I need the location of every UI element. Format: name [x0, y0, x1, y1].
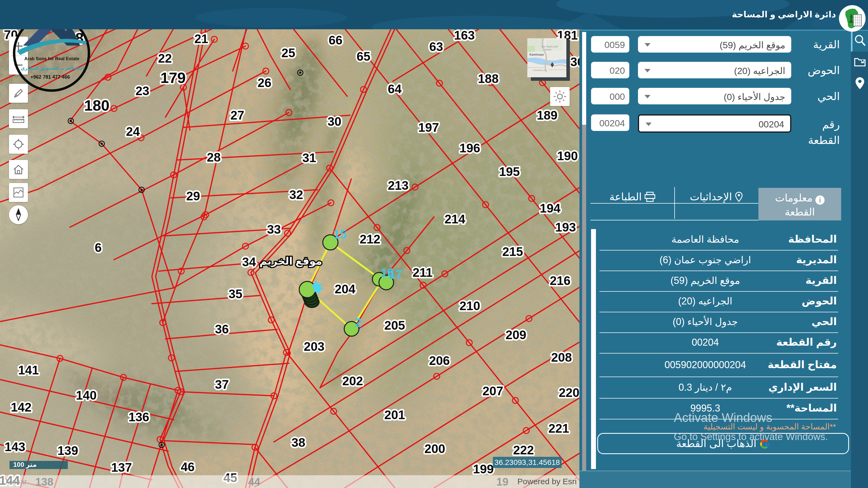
- svg-text:21: 21: [194, 32, 208, 46]
- svg-text:136: 136: [129, 410, 150, 424]
- svg-text:196: 196: [460, 141, 480, 155]
- svg-text:206: 206: [429, 354, 450, 368]
- svg-text:33: 33: [267, 222, 281, 236]
- svg-text:30: 30: [328, 115, 341, 129]
- svg-text:موقع الخريم: موقع الخريم: [259, 255, 322, 267]
- svg-text:65: 65: [356, 50, 370, 63]
- svg-text:215: 215: [502, 245, 523, 259]
- svg-text:31: 31: [302, 151, 316, 165]
- svg-text:Sun Rivers Golf: Sun Rivers Golf: [541, 45, 558, 48]
- svg-text:6: 6: [95, 240, 102, 255]
- svg-text:212: 212: [360, 232, 380, 246]
- svg-text:214: 214: [444, 212, 465, 226]
- svg-text:15: 15: [333, 227, 347, 241]
- svg-text:197: 197: [418, 120, 439, 134]
- svg-text:36: 36: [215, 322, 229, 336]
- svg-text:27: 27: [230, 108, 244, 122]
- svg-text:188: 188: [478, 72, 499, 86]
- svg-text:180: 180: [84, 97, 109, 114]
- svg-text:29: 29: [186, 189, 200, 203]
- svg-text:201: 201: [384, 408, 405, 422]
- svg-text:28: 28: [207, 150, 220, 164]
- svg-text:137: 137: [111, 460, 132, 475]
- svg-text:221: 221: [549, 421, 569, 435]
- svg-text:2: 2: [355, 316, 362, 330]
- svg-text:32: 32: [289, 188, 303, 202]
- svg-text:195: 195: [499, 165, 520, 178]
- svg-text:141: 141: [18, 363, 39, 377]
- svg-text:أبناء العرب للتسويق العقاري: أبناء العرب للتسويق العقاري: [21, 65, 84, 71]
- svg-text:199: 199: [473, 462, 494, 476]
- svg-text:46: 46: [181, 460, 194, 474]
- svg-text:207: 207: [483, 384, 503, 398]
- svg-text:26: 26: [257, 76, 271, 90]
- svg-text:142: 142: [11, 400, 32, 414]
- svg-text:140: 140: [76, 388, 97, 402]
- svg-text:Columbia St: Columbia St: [533, 69, 546, 72]
- svg-text:35: 35: [228, 287, 242, 301]
- svg-text:37: 37: [215, 378, 229, 391]
- svg-text:22: 22: [158, 51, 172, 65]
- svg-text:66: 66: [329, 33, 342, 47]
- svg-text:+962 781 477 466: +962 781 477 466: [30, 74, 70, 80]
- svg-text:203: 203: [304, 339, 325, 354]
- svg-text:38: 38: [291, 435, 305, 450]
- svg-text:64: 64: [388, 82, 402, 96]
- svg-text:Arab Sons for Real Estate: Arab Sons for Real Estate: [24, 56, 80, 61]
- svg-text:24: 24: [126, 124, 140, 138]
- svg-text:216: 216: [550, 273, 571, 288]
- svg-text:34: 34: [242, 255, 256, 269]
- svg-text:139: 139: [58, 444, 79, 458]
- svg-text:205: 205: [384, 318, 405, 332]
- svg-text:213: 213: [388, 178, 409, 193]
- svg-text:222: 222: [513, 443, 534, 457]
- svg-text:25: 25: [281, 46, 295, 60]
- svg-text:220: 220: [559, 386, 580, 400]
- svg-text:209: 209: [506, 328, 527, 342]
- svg-text:194: 194: [540, 201, 561, 215]
- svg-text:189: 189: [537, 108, 558, 122]
- svg-text:211: 211: [412, 265, 433, 280]
- svg-text:202: 202: [342, 374, 363, 388]
- svg-text:204: 204: [335, 282, 355, 296]
- svg-text:143: 143: [5, 440, 26, 454]
- svg-text:23: 23: [135, 84, 149, 98]
- svg-text:63: 63: [429, 40, 443, 54]
- svg-text:17: 17: [389, 267, 402, 282]
- svg-text:190: 190: [557, 149, 578, 163]
- svg-text:179: 179: [160, 69, 186, 86]
- svg-text:208: 208: [551, 350, 572, 364]
- svg-text:200: 200: [425, 442, 445, 456]
- svg-text:193: 193: [555, 220, 576, 234]
- svg-text:163: 163: [454, 28, 475, 42]
- svg-text:210: 210: [460, 299, 480, 313]
- svg-text:Kamloops: Kamloops: [529, 53, 544, 56]
- svg-text:Resort: Resort: [545, 48, 552, 51]
